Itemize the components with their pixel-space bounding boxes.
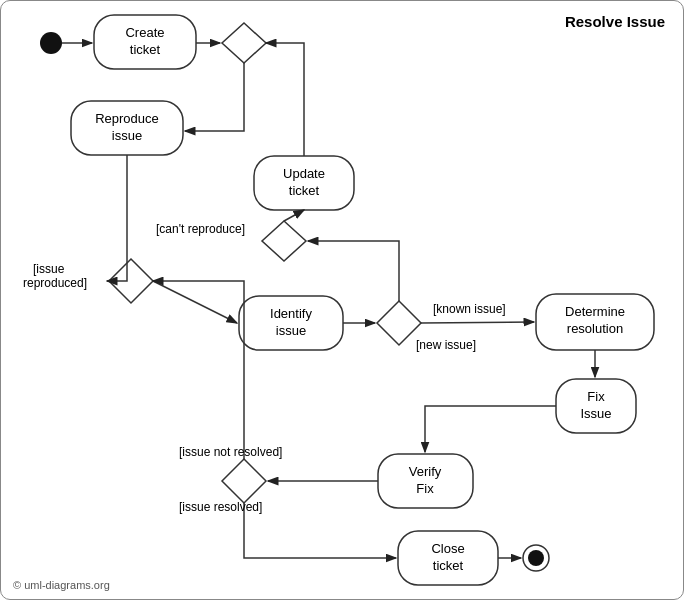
arr-de-db	[153, 281, 244, 459]
arr-dd-update	[284, 210, 304, 221]
svg-text:ticket: ticket	[289, 183, 320, 198]
diamond-a	[222, 23, 266, 63]
svg-text:issue: issue	[112, 128, 142, 143]
svg-text:Fix: Fix	[587, 389, 605, 404]
label-issue-reproduced: [issue	[33, 262, 65, 276]
arr-dc-determine	[421, 322, 534, 323]
svg-text:Identify: Identify	[270, 306, 312, 321]
arr-dc-dd	[308, 241, 399, 301]
create-ticket-text1: Create	[125, 25, 164, 40]
label-resolved: [issue resolved]	[179, 500, 262, 514]
svg-text:Fix: Fix	[416, 481, 434, 496]
svg-text:Reproduce: Reproduce	[95, 111, 159, 126]
arr-reproduce-db	[107, 155, 127, 281]
svg-text:ticket: ticket	[433, 558, 464, 573]
arr-db-identify	[153, 281, 237, 323]
arr-update-da	[266, 43, 304, 156]
diamond-c	[377, 301, 421, 345]
create-ticket-text2: ticket	[130, 42, 161, 57]
start-dot	[40, 32, 62, 54]
diamond-d	[262, 221, 306, 261]
svg-text:issue: issue	[276, 323, 306, 338]
main-svg: Create ticket Reproduce issue Update tic…	[1, 1, 684, 600]
diagram-container: Resolve Issue Create ticket	[0, 0, 684, 600]
arr-da-reproduce	[185, 63, 244, 131]
svg-text:Update: Update	[283, 166, 325, 181]
diamond-e	[222, 459, 266, 503]
svg-text:Determine: Determine	[565, 304, 625, 319]
svg-text:reproduced]: reproduced]	[23, 276, 87, 290]
svg-text:Issue: Issue	[580, 406, 611, 421]
label-known-issue: [known issue]	[433, 302, 506, 316]
end-inner	[528, 550, 544, 566]
label-not-resolved: [issue not resolved]	[179, 445, 282, 459]
label-cant-reproduce: [can't reproduce]	[156, 222, 245, 236]
svg-text:Verify: Verify	[409, 464, 442, 479]
label-new-issue: [new issue]	[416, 338, 476, 352]
svg-text:Close: Close	[431, 541, 464, 556]
svg-text:resolution: resolution	[567, 321, 623, 336]
copyright: © uml-diagrams.org	[13, 579, 110, 591]
arr-de-close	[244, 503, 396, 558]
arr-fix-verify	[425, 406, 556, 452]
